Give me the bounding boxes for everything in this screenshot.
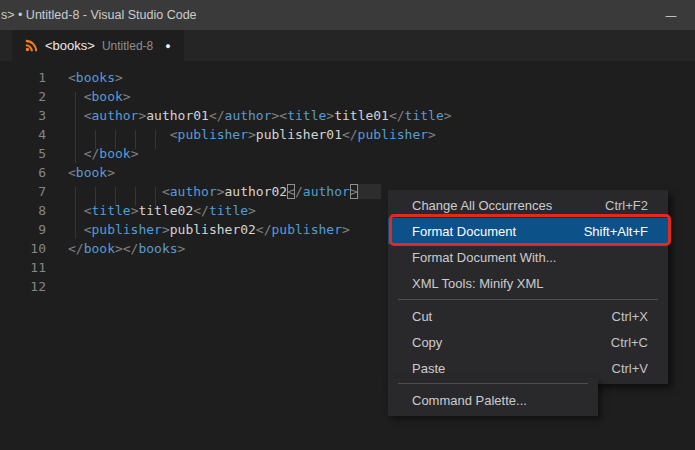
- menu-item-label: Format Document With...: [412, 250, 556, 265]
- line-content[interactable]: <publisher>publisher01</publisher>: [68, 125, 436, 144]
- indent-guide: [155, 187, 156, 206]
- minimize-icon[interactable]: —: [657, 0, 685, 30]
- line-number: 1: [0, 68, 46, 87]
- line-content[interactable]: <title>title02</title>: [68, 201, 256, 220]
- indent-guide: [95, 187, 96, 206]
- indent-guide: [95, 130, 96, 149]
- line-number: 11: [0, 258, 46, 277]
- line-number: 12: [0, 277, 46, 296]
- indent-guide: [75, 92, 76, 163]
- window-title: s> • Untitled-8 - Visual Studio Code: [1, 0, 197, 30]
- menu-item-label: Command Palette...: [412, 393, 527, 408]
- indent-guide: [155, 130, 156, 149]
- context-menu-bottom: Command Palette...: [388, 378, 598, 416]
- menu-item-label: Copy: [412, 335, 442, 350]
- menu-item-label: Paste: [412, 361, 445, 376]
- menu-separator: [398, 299, 658, 300]
- menu-item-shortcut: Ctrl+X: [612, 309, 648, 324]
- menu-item-label: XML Tools: Minify XML: [412, 276, 544, 291]
- line-number: 5: [0, 144, 46, 163]
- menu-item-change-all-occurrences[interactable]: Change All OccurrencesCtrl+F2: [388, 192, 668, 218]
- line-content[interactable]: <book>: [68, 87, 131, 106]
- menu-item-xml-tools-minify-xml[interactable]: XML Tools: Minify XML: [388, 270, 668, 296]
- line-content[interactable]: </book></books>: [68, 239, 185, 258]
- code-line[interactable]: 6<book>: [0, 163, 695, 182]
- menu-item-label: Format Document: [412, 224, 516, 239]
- line-content[interactable]: <books>: [68, 68, 123, 87]
- menu-item-copy[interactable]: CopyCtrl+C: [388, 329, 668, 355]
- menu-item-shortcut: Shift+Alt+F: [584, 224, 648, 239]
- indent-guide: [115, 130, 116, 149]
- line-number: 6: [0, 163, 46, 182]
- line-number: 8: [0, 201, 46, 220]
- code-line[interactable]: 3 <author>author01</author><title>title0…: [0, 106, 695, 125]
- tab-label: <books>: [45, 38, 95, 53]
- tab-untitled-8[interactable]: <books> Untitled-8 ●: [12, 30, 184, 61]
- xml-rss-icon: [25, 39, 38, 52]
- indent-guide: [115, 187, 116, 206]
- line-number: 9: [0, 220, 46, 239]
- line-number: 3: [0, 106, 46, 125]
- menu-item-format-document-with[interactable]: Format Document With...: [388, 244, 668, 270]
- menu-item-command-palette[interactable]: Command Palette...: [388, 387, 598, 413]
- code-line[interactable]: 1<books>: [0, 68, 695, 87]
- menu-item-shortcut: Ctrl+V: [612, 361, 648, 376]
- code-line[interactable]: 5 </book>: [0, 144, 695, 163]
- tab-description: Untitled-8: [102, 39, 153, 53]
- context-menu: Change All OccurrencesCtrl+F2Format Docu…: [388, 190, 668, 384]
- indent-guide: [135, 187, 136, 206]
- menu-separator: [398, 383, 588, 384]
- line-number: 10: [0, 239, 46, 258]
- titlebar: s> • Untitled-8 - Visual Studio Code —: [0, 0, 695, 30]
- menu-item-shortcut: Ctrl+F2: [605, 198, 648, 213]
- line-content[interactable]: </book>: [68, 144, 138, 163]
- menu-item-format-document[interactable]: Format DocumentShift+Alt+F: [388, 218, 668, 244]
- indent-guide: [135, 130, 136, 149]
- menu-item-label: Cut: [412, 309, 432, 324]
- menu-item-shortcut: Ctrl+C: [611, 335, 648, 350]
- code-line[interactable]: 2 <book>: [0, 87, 695, 106]
- vscode-window: s> • Untitled-8 - Visual Studio Code — <…: [0, 0, 695, 450]
- tab-bar: <books> Untitled-8 ●: [0, 30, 695, 61]
- line-number: 7: [0, 182, 46, 201]
- line-number: 2: [0, 87, 46, 106]
- menu-item-label: Change All Occurrences: [412, 198, 552, 213]
- line-content[interactable]: <book>: [68, 163, 115, 182]
- line-content[interactable]: <publisher>publisher02</publisher>: [68, 220, 350, 239]
- line-number: 4: [0, 125, 46, 144]
- line-content[interactable]: <author>author01</author><title>title01<…: [68, 106, 452, 125]
- unsaved-indicator-icon: ●: [165, 41, 170, 51]
- code-line[interactable]: 4 <publisher>publisher01</publisher>: [0, 125, 695, 144]
- indent-guide: [75, 187, 76, 239]
- menu-item-cut[interactable]: CutCtrl+X: [388, 303, 668, 329]
